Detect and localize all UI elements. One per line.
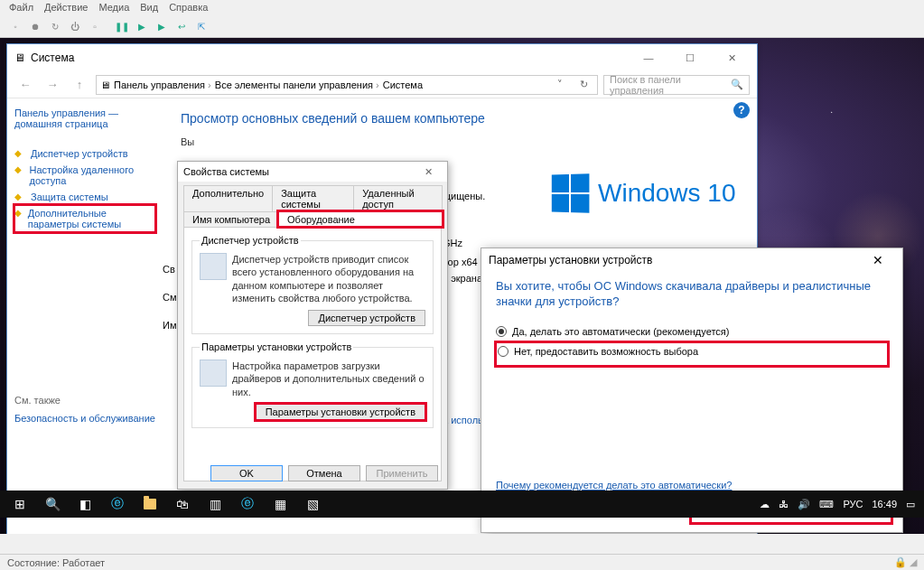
page-heading: Просмотр основных сведений о вашем компь… <box>181 111 739 126</box>
tb-share-icon[interactable]: ⇱ <box>193 19 210 35</box>
devmgr-icon <box>200 253 227 280</box>
help-button[interactable]: ? <box>733 102 750 118</box>
security-lock-icon[interactable]: 🔒 <box>894 556 907 568</box>
menu-action[interactable]: Действие <box>44 2 88 14</box>
menu-view[interactable]: Вид <box>140 2 158 14</box>
tb-revert-icon[interactable]: ↩ <box>173 19 190 35</box>
nav-up-button[interactable]: ↑ <box>69 74 90 96</box>
tb-reset-icon[interactable]: ↻ <box>47 19 63 35</box>
why-link[interactable]: Почему рекомендуется делать это автомати… <box>496 480 732 491</box>
sidebar-link-devmgr[interactable]: ◆Диспетчер устройств <box>14 145 155 162</box>
tray-volume-icon[interactable]: 🔊 <box>798 499 810 510</box>
app-icon[interactable]: ▧ <box>296 491 329 517</box>
minimize-button[interactable]: — <box>630 45 667 70</box>
sidebar-home-link[interactable]: Панель управления — домашняя страница <box>14 107 155 129</box>
app-icon[interactable]: ▥ <box>199 491 231 517</box>
sidebar-link-protection[interactable]: ◆Защита системы <box>14 189 155 205</box>
maximize-button[interactable]: ☐ <box>672 45 708 70</box>
apply-button[interactable]: Применить <box>366 465 438 481</box>
link-fragment[interactable]: а исполь <box>443 415 483 425</box>
app-icon[interactable]: ▦ <box>264 491 296 517</box>
window-title: Система <box>31 51 74 64</box>
close-button[interactable]: ✕ <box>714 45 750 70</box>
sidebar-link-advanced[interactable]: ◆Дополнительные параметры системы <box>14 205 155 232</box>
info-label-fragment: Св <box>163 256 177 284</box>
menu-media[interactable]: Медиа <box>98 2 129 14</box>
menu-help[interactable]: Справка <box>169 2 208 14</box>
vm-desktop: 🖥 Система — ☐ ✕ ← → ↑ 🖥 Панель управлени… <box>0 38 924 534</box>
tray-notifications-icon[interactable]: ▭ <box>906 499 915 510</box>
tab-protection[interactable]: Защита системы <box>272 185 354 211</box>
tb-screenshot-icon[interactable]: ◦ <box>7 19 23 35</box>
close-button[interactable]: ✕ <box>415 166 442 178</box>
ok-button[interactable]: OK <box>210 465 283 481</box>
breadcrumb-seg[interactable]: Система <box>383 79 423 90</box>
tab-remote[interactable]: Удаленный доступ <box>353 185 443 211</box>
tb-record-icon[interactable]: ⏺ <box>27 19 43 35</box>
monitor-icon: 🖥 <box>100 79 110 90</box>
tray-onedrive-icon[interactable]: ☁ <box>760 499 770 510</box>
radio-icon <box>496 326 507 337</box>
nav-forward-button[interactable]: → <box>42 74 63 96</box>
radio-option-yes[interactable]: Да, делать это автоматически (рекомендуе… <box>496 326 888 337</box>
group-legend: Параметры установки устройств <box>200 341 353 352</box>
tray-clock[interactable]: 16:49 <box>872 499 897 509</box>
info-label-fragment: См <box>163 284 177 312</box>
sidebar-label: Настройка удаленного доступа <box>30 164 156 186</box>
start-button[interactable]: ⊞ <box>4 491 36 517</box>
host-menubar: Файл Действие Медиа Вид Справка <box>0 0 924 16</box>
taskbar: ⊞ 🔍 ◧ ⓔ 🛍 ▥ ⓔ ▦ ▧ ☁ 🖧 🔊 ⌨ РУС 16:49 ▭ <box>0 491 924 518</box>
tb-poweroff-icon[interactable]: ⏻ <box>67 19 83 35</box>
breadcrumb-seg[interactable]: Все элементы панели управления <box>215 79 379 90</box>
tray-language[interactable]: РУС <box>843 499 863 509</box>
resize-grip-icon[interactable]: ◢ <box>910 556 917 568</box>
search-input[interactable]: Поиск в панели управления 🔍 <box>603 75 750 95</box>
devmgr-button[interactable]: Диспетчер устройств <box>308 310 425 326</box>
breadcrumb-seg[interactable]: Панель управления <box>114 79 211 90</box>
radio-option-no[interactable]: Нет, предоставить возможность выбора <box>496 342 888 366</box>
ie-icon[interactable]: ⓔ <box>231 491 264 517</box>
edge-icon[interactable]: ⓔ <box>101 491 134 517</box>
status-label: Состояние: <box>7 557 60 568</box>
group-legend: Диспетчер устройств <box>200 235 301 246</box>
addr-dropdown-icon[interactable]: ˅ <box>550 79 570 90</box>
info-fragment: щищены. <box>443 189 485 205</box>
tray-network-icon[interactable]: 🖧 <box>779 499 789 509</box>
shield-icon: ◆ <box>14 208 23 219</box>
search-button[interactable]: 🔍 <box>36 491 69 517</box>
close-button[interactable]: ✕ <box>861 249 895 271</box>
nav-back-button[interactable]: ← <box>14 74 36 96</box>
tb-pause-icon[interactable]: ❚❚ <box>114 19 130 35</box>
sidebar-link-remote[interactable]: ◆Настройка удаленного доступа <box>14 162 155 189</box>
menu-file[interactable]: Файл <box>9 2 33 14</box>
group-devmgr: Диспетчер устройств Диспетчер устройств … <box>191 235 434 334</box>
tab-advanced[interactable]: Дополнительно <box>183 185 273 211</box>
tb-save-icon[interactable]: ▫ <box>87 19 103 35</box>
seealso-link[interactable]: Безопасность и обслуживание <box>14 413 155 424</box>
radio-label: Нет, предоставить возможность выбора <box>514 346 698 357</box>
tab-computer-name[interactable]: Имя компьютера <box>183 211 279 227</box>
group-install-params: Параметры установки устройств Настройка … <box>191 341 434 428</box>
tb-checkpoint-icon[interactable]: ▶ <box>154 19 170 35</box>
tray-keyboard-icon[interactable]: ⌨ <box>819 499 834 510</box>
explorer-icon[interactable] <box>134 491 166 517</box>
status-value: Работает <box>62 557 105 568</box>
system-properties-dialog: Свойства системы ✕ Дополнительно Защита … <box>177 161 448 490</box>
tb-start-icon[interactable]: ▶ <box>134 19 150 35</box>
windows-brand-text: Windows 10 <box>598 179 736 208</box>
system-tray: ☁ 🖧 🔊 ⌨ РУС 16:49 ▭ <box>760 499 920 510</box>
dialog-question: Вы хотите, чтобы ОС Windows скачивала др… <box>496 279 888 310</box>
address-bar[interactable]: 🖥 Панель управления Все элементы панели … <box>96 75 598 95</box>
install-params-button[interactable]: Параметры установки устройств <box>256 404 425 420</box>
sidebar-label: Диспетчер устройств <box>31 148 128 159</box>
install-params-icon <box>200 360 227 387</box>
group-desc: Настройка параметров загрузки драйверов … <box>232 360 425 398</box>
taskview-button[interactable]: ◧ <box>69 491 101 517</box>
tab-hardware[interactable]: Оборудование <box>278 211 443 227</box>
cancel-button[interactable]: Отмена <box>288 465 360 481</box>
radio-icon <box>498 346 509 357</box>
shield-icon: ◆ <box>14 192 25 202</box>
store-icon[interactable]: 🛍 <box>166 491 199 517</box>
dialog-title: Параметры установки устройств <box>489 254 652 266</box>
addr-refresh-icon[interactable]: ↻ <box>574 79 593 90</box>
